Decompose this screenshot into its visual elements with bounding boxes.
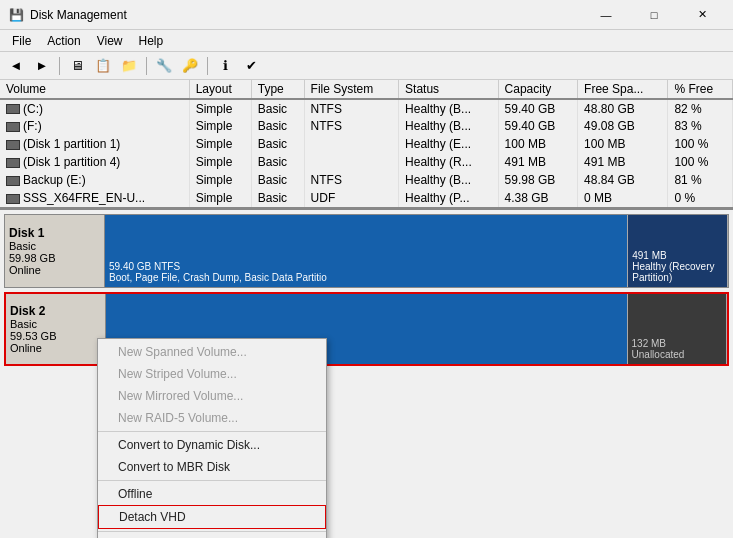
cell-pct: 83 %	[668, 117, 733, 135]
window-controls: — □ ✕	[583, 0, 725, 30]
cell-status: Healthy (B...	[399, 171, 498, 189]
cell-status: Healthy (B...	[399, 99, 498, 117]
cell-capacity: 59.98 GB	[498, 171, 578, 189]
cell-volume: SSS_X64FRE_EN-U...	[0, 189, 189, 207]
context-menu: New Spanned Volume...New Striped Volume.…	[97, 338, 327, 538]
cell-status: Healthy (R...	[399, 153, 498, 171]
cell-fs	[304, 135, 398, 153]
disk1-label[interactable]: Disk 1 Basic 59.98 GB Online	[5, 215, 105, 287]
table-row[interactable]: (Disk 1 partition 1) Simple Basic Health…	[0, 135, 733, 153]
minimize-button[interactable]: —	[583, 0, 629, 30]
menu-bar: File Action View Help	[0, 30, 733, 52]
toolbar-btn-4[interactable]: 🔧	[152, 55, 176, 77]
cell-volume: (C:)	[0, 99, 189, 117]
col-volume[interactable]: Volume	[0, 80, 189, 99]
cell-type: Basic	[251, 189, 304, 207]
table-row[interactable]: Backup (E:) Simple Basic NTFS Healthy (B…	[0, 171, 733, 189]
disk1-partition-2[interactable]: 491 MBHealthy (Recovery Partition)	[628, 215, 728, 287]
cell-pct: 0 %	[668, 189, 733, 207]
cell-free: 49.08 GB	[578, 117, 668, 135]
cell-free: 48.80 GB	[578, 99, 668, 117]
toolbar-btn-7[interactable]: ✔	[239, 55, 263, 77]
cell-type: Basic	[251, 117, 304, 135]
cell-pct: 81 %	[668, 171, 733, 189]
disk1-type: Basic	[9, 240, 100, 252]
disk2-label[interactable]: Disk 2 Basic 59.53 GB Online	[6, 294, 106, 364]
context-menu-item-new-raid-5-volume-: New RAID-5 Volume...	[98, 407, 326, 429]
context-menu-separator	[98, 480, 326, 481]
cell-fs: NTFS	[304, 171, 398, 189]
disk1-partition-1[interactable]: 59.40 GB NTFSBoot, Page File, Crash Dump…	[105, 215, 628, 287]
cell-volume: (F:)	[0, 117, 189, 135]
col-free[interactable]: Free Spa...	[578, 80, 668, 99]
context-menu-separator	[98, 431, 326, 432]
maximize-button[interactable]: □	[631, 0, 677, 30]
cell-layout: Simple	[189, 189, 251, 207]
cell-pct: 100 %	[668, 153, 733, 171]
cell-capacity: 100 MB	[498, 135, 578, 153]
disk-table: Volume Layout Type File System Status Ca…	[0, 80, 733, 207]
col-status[interactable]: Status	[399, 80, 498, 99]
cell-layout: Simple	[189, 171, 251, 189]
toolbar-btn-6[interactable]: ℹ	[213, 55, 237, 77]
toolbar-separator-1	[59, 57, 60, 75]
cell-type: Basic	[251, 153, 304, 171]
disk2-status: Online	[10, 342, 101, 354]
cell-capacity: 59.40 GB	[498, 99, 578, 117]
context-menu-item-properties[interactable]: Properties	[98, 534, 326, 538]
window-title: Disk Management	[30, 8, 583, 22]
toolbar-btn-1[interactable]: 🖥	[65, 55, 89, 77]
menu-file[interactable]: File	[4, 30, 39, 51]
cell-type: Basic	[251, 99, 304, 117]
table-row[interactable]: (Disk 1 partition 4) Simple Basic Health…	[0, 153, 733, 171]
toolbar-btn-3[interactable]: 📁	[117, 55, 141, 77]
col-pct[interactable]: % Free	[668, 80, 733, 99]
cell-layout: Simple	[189, 135, 251, 153]
context-menu-item-new-mirrored-volume-: New Mirrored Volume...	[98, 385, 326, 407]
disk1-partitions: 59.40 GB NTFSBoot, Page File, Crash Dump…	[105, 215, 728, 287]
back-button[interactable]: ◄	[4, 55, 28, 77]
context-menu-item-convert-to-mbr-disk[interactable]: Convert to MBR Disk	[98, 456, 326, 478]
cell-free: 0 MB	[578, 189, 668, 207]
close-button[interactable]: ✕	[679, 0, 725, 30]
cell-status: Healthy (B...	[399, 117, 498, 135]
cell-free: 100 MB	[578, 135, 668, 153]
context-menu-item-offline[interactable]: Offline	[98, 483, 326, 505]
cell-fs	[304, 153, 398, 171]
cell-layout: Simple	[189, 153, 251, 171]
disk2-partition-2[interactable]: 132 MBUnallocated	[628, 294, 727, 364]
toolbar-btn-5[interactable]: 🔑	[178, 55, 202, 77]
disk1-size: 59.98 GB	[9, 252, 100, 264]
title-bar: 💾 Disk Management — □ ✕	[0, 0, 733, 30]
forward-button[interactable]: ►	[30, 55, 54, 77]
cell-fs: NTFS	[304, 99, 398, 117]
col-layout[interactable]: Layout	[189, 80, 251, 99]
cell-pct: 82 %	[668, 99, 733, 117]
context-menu-separator	[98, 531, 326, 532]
table-row[interactable]: SSS_X64FRE_EN-U... Simple Basic UDF Heal…	[0, 189, 733, 207]
disk2-p2-label: 132 MBUnallocated	[632, 338, 722, 360]
disk1-name: Disk 1	[9, 226, 100, 240]
toolbar: ◄ ► 🖥 📋 📁 🔧 🔑 ℹ ✔	[0, 52, 733, 80]
col-capacity[interactable]: Capacity	[498, 80, 578, 99]
cell-type: Basic	[251, 171, 304, 189]
menu-help[interactable]: Help	[131, 30, 172, 51]
menu-action[interactable]: Action	[39, 30, 88, 51]
cell-capacity: 59.40 GB	[498, 117, 578, 135]
col-fs[interactable]: File System	[304, 80, 398, 99]
toolbar-btn-2[interactable]: 📋	[91, 55, 115, 77]
menu-view[interactable]: View	[89, 30, 131, 51]
cell-capacity: 4.38 GB	[498, 189, 578, 207]
context-menu-item-detach-vhd[interactable]: Detach VHD	[98, 505, 326, 529]
cell-volume: (Disk 1 partition 4)	[0, 153, 189, 171]
disk2-size: 59.53 GB	[10, 330, 101, 342]
context-menu-item-convert-to-dynamic-disk-[interactable]: Convert to Dynamic Disk...	[98, 434, 326, 456]
disk2-name: Disk 2	[10, 304, 101, 318]
col-type[interactable]: Type	[251, 80, 304, 99]
cell-layout: Simple	[189, 99, 251, 117]
table-row[interactable]: (C:) Simple Basic NTFS Healthy (B... 59.…	[0, 99, 733, 117]
cell-free: 48.84 GB	[578, 171, 668, 189]
app-icon: 💾	[8, 7, 24, 23]
cell-status: Healthy (E...	[399, 135, 498, 153]
table-row[interactable]: (F:) Simple Basic NTFS Healthy (B... 59.…	[0, 117, 733, 135]
